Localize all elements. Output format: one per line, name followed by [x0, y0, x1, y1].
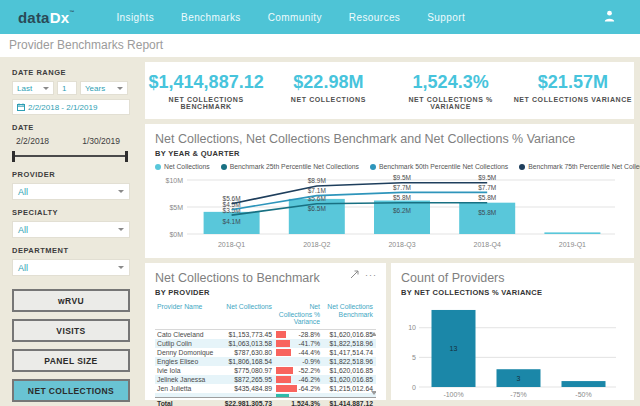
table-row[interactable]: Ivie Iola$775,080.97-52.2%$1,620,016.85 [155, 366, 376, 375]
variance-data-bar [276, 385, 297, 392]
trend-chart-card: Net Collections, Net Collections Benchma… [145, 124, 634, 258]
table-row[interactable]: Denny Domonique$787,630.80-44.4%$1,417,5… [155, 348, 376, 357]
provider-table-title: Net Collections to Benchmark [155, 271, 376, 285]
svg-text:-100%: -100% [443, 391, 463, 398]
nav-item-insights[interactable]: Insights [116, 12, 154, 23]
date-slider-handle-start[interactable] [12, 151, 15, 162]
kpi-net-collections: $22.98MNET COLLECTIONS [267, 72, 389, 110]
department-select[interactable]: All [12, 259, 130, 276]
svg-text:2018-Q3: 2018-Q3 [388, 241, 415, 249]
table-scroll-up-icon[interactable] [371, 332, 376, 336]
svg-text:-50%: -50% [575, 391, 591, 398]
benchmark-cell: $1,822,518.96 [323, 339, 376, 348]
legend-item-net-collections[interactable]: Net Collections [155, 163, 210, 170]
svg-text:5: 5 [412, 354, 416, 361]
line-benchmark-25th-percentile-net-collections[interactable] [232, 203, 488, 215]
column-header-net-collections-variance[interactable]: Net Collections % Variance [275, 301, 323, 330]
svg-text:$6.5M: $6.5M [308, 205, 326, 212]
user-account-icon[interactable] [604, 10, 615, 22]
svg-text:0: 0 [412, 384, 416, 391]
benchmark-cell: $1,620,016.85 [323, 375, 376, 384]
line-benchmark-75th-percentile-net-collections[interactable] [232, 183, 488, 204]
legend-item-benchmark-75th-percentile-net-collections[interactable]: Benchmark 75th Percentile Net Collection… [519, 163, 640, 170]
kpi-card: $1,414,887.12NET COLLECTIONS BENCHMARK$2… [145, 62, 634, 119]
trend-chart-plot[interactable]: $0M$5M$10M$4.1M$6.5M$6.2M$5.8M$3.5M$5.6M… [155, 170, 624, 254]
provider-table-card: ··· Net Collections to Benchmark BY PROV… [145, 263, 386, 400]
column-header-net-collections[interactable]: Net Collections [217, 301, 275, 330]
kpi-value: $21.57M [512, 72, 634, 93]
benchmark-cell: $1,215,012.64 [323, 384, 376, 393]
net-collections-cell: $1,153,773.45 [217, 330, 275, 339]
sidebar-button-wrvu[interactable]: wRVU [12, 289, 130, 312]
legend-item-benchmark-25th-percentile-net-collections[interactable]: Benchmark 25th Percentile Net Collection… [221, 163, 359, 170]
variance-cell: -0.9% [275, 357, 323, 366]
department-label: DEPARTMENT [12, 246, 130, 255]
trend-chart-title: Net Collections, Net Collections Benchma… [155, 132, 624, 146]
page-title: Provider Benchmarks Report [0, 34, 640, 57]
benchmark-cell: $1,620,016.85 [323, 330, 376, 339]
provider-table-header: Provider NameNet CollectionsNet Collecti… [155, 301, 376, 330]
date-range-label: DATE RANGE [12, 68, 130, 77]
date-slider-handle-end[interactable] [125, 151, 128, 162]
table-row[interactable] [155, 393, 376, 397]
table-row[interactable]: Cato Cleveland$1,153,773.45-28.8%$1,620,… [155, 330, 376, 339]
net-collections-cell: $435,484.89 [217, 384, 275, 393]
variance-cell: -64.2% [275, 384, 323, 393]
provider-select[interactable]: All [12, 183, 130, 200]
provider-table-total-row: Total $22,981,305.73 1,524.3% $1,414,887… [155, 397, 376, 406]
kpi-label: NET COLLECTIONS VARIANCE [512, 96, 634, 103]
provider-table: Provider NameNet CollectionsNet Collecti… [155, 301, 376, 406]
table-row[interactable]: Jelinek Janessa$872,265.95-46.2%$1,620,0… [155, 375, 376, 384]
svg-text:$7.1M: $7.1M [308, 187, 326, 194]
date-range-mode-select[interactable]: Last [12, 81, 54, 95]
column-header-net-collections-benchmark[interactable]: Net Collections Benchmark [323, 301, 376, 330]
column-header-provider-name[interactable]: Provider Name [155, 301, 217, 330]
app-logo[interactable]: dataDx™ [18, 9, 74, 26]
variance-data-bar [276, 331, 286, 338]
nav-item-benchmarks[interactable]: Benchmarks [181, 12, 241, 23]
svg-text:$6.2M: $6.2M [393, 207, 411, 214]
svg-text:$9.5M: $9.5M [478, 174, 496, 181]
svg-text:$10M: $10M [165, 177, 183, 184]
more-options-icon[interactable]: ··· [365, 272, 377, 278]
date-range-display[interactable]: 2/2/2018 - 2/1/2019 [12, 99, 130, 115]
count-chart-subtitle: BY NET COLLECTIONS % VARIANCE [401, 288, 624, 297]
sidebar-button-visits[interactable]: VISITS [12, 319, 130, 342]
legend-dot-icon [370, 164, 376, 170]
kpi-value: $22.98M [267, 72, 389, 93]
variance-cell: -28.8% [275, 330, 323, 339]
svg-text:$0M: $0M [169, 231, 183, 238]
top-app-bar: dataDx™ InsightsBenchmarksCommunityResou… [0, 0, 640, 34]
net-collections-bar-2018-Q4[interactable] [459, 203, 515, 234]
provider-name-cell: Jen Julietta [155, 384, 217, 393]
date-start-value[interactable]: 2/2/2018 [16, 136, 49, 146]
table-row[interactable]: Jen Julietta$435,484.89-64.2%$1,215,012.… [155, 384, 376, 393]
table-scroll-down-icon[interactable] [371, 391, 376, 395]
date-slider[interactable] [12, 151, 128, 162]
sidebar-button-net-collections[interactable]: NET COLLECTIONS [12, 379, 130, 402]
filter-sidebar: DATE RANGE Last 1 Years 2/2/2018 - 2/1/2… [0, 57, 142, 406]
focus-mode-icon[interactable] [350, 270, 359, 279]
date-end-value[interactable]: 1/30/2019 [82, 136, 120, 146]
kpi-row: $1,414,887.12NET COLLECTIONS BENCHMARK$2… [145, 72, 634, 110]
sidebar-button-panel-size[interactable]: PANEL SIZE [12, 349, 130, 372]
svg-text:$5.6M: $5.6M [223, 195, 241, 202]
table-row[interactable]: Engles Eliseo$1,806,168.54-0.9%$1,822,51… [155, 357, 376, 366]
svg-text:2018-Q2: 2018-Q2 [303, 241, 330, 249]
date-range-count-input[interactable]: 1 [57, 81, 77, 95]
net-collections-bar-2019-Q1[interactable] [544, 232, 600, 234]
chevron-down-icon [43, 87, 49, 90]
nav-item-resources[interactable]: Resources [349, 12, 400, 23]
nav-item-support[interactable]: Support [427, 12, 465, 23]
total-benchmark: $1,414,887.12 [323, 398, 376, 406]
provider-count-bar-50[interactable] [562, 381, 606, 387]
specialty-label: SPECIALTY [12, 208, 130, 217]
specialty-select[interactable]: All [12, 221, 130, 238]
table-row[interactable]: Cutlip Colin$1,063,013.58-41.7%$1,822,51… [155, 339, 376, 348]
count-chart-plot[interactable]: 051013-100%3-75%-50% [401, 301, 622, 403]
nav-item-community[interactable]: Community [268, 12, 322, 23]
legend-item-benchmark-50th-percentile-net-collections[interactable]: Benchmark 50th Percentile Net Collection… [370, 163, 508, 170]
legend-label: Benchmark 50th Percentile Net Collection… [379, 163, 508, 170]
variance-cell: -44.4% [275, 348, 323, 357]
date-range-unit-select[interactable]: Years [80, 81, 128, 95]
